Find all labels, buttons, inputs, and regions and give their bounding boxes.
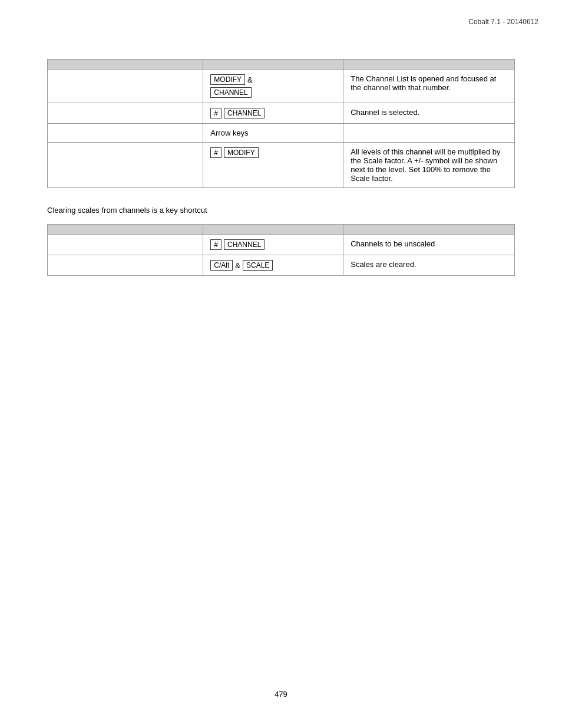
col-header-2	[203, 60, 343, 70]
page-header: Cobalt 7.1 - 20140612	[468, 18, 538, 26]
key-modify-4: MODIFY	[224, 147, 259, 158]
cell2-action-1	[48, 235, 203, 255]
table-shortcuts-1: MODIFY & CHANNEL The Channel List is ope…	[47, 59, 515, 188]
table-row: # CHANNEL Channel is selected.	[48, 103, 515, 124]
ampersand-2: &	[235, 261, 240, 270]
key2-hash-1: #	[210, 239, 222, 250]
key-channel-2: CHANNEL	[224, 108, 265, 118]
cell-keys-3: Arrow keys	[203, 124, 343, 143]
col2-header-3	[343, 225, 515, 235]
cell-desc-1: The Channel List is opened and focused a…	[343, 70, 515, 103]
cell-action-2	[48, 103, 203, 124]
table-row: # MODIFY All levels of this channel will…	[48, 143, 515, 188]
key-hash-4: #	[210, 147, 222, 158]
table-row: MODIFY & CHANNEL The Channel List is ope…	[48, 70, 515, 103]
cell-keys-1: MODIFY & CHANNEL	[203, 70, 343, 103]
cell2-keys-1: # CHANNEL	[203, 235, 343, 255]
key2-calt: C/Alt	[210, 260, 233, 271]
cell-desc-3	[343, 124, 515, 143]
section2-title: Clearing scales from channels is a key s…	[47, 206, 515, 215]
key2-channel-1: CHANNEL	[224, 239, 265, 250]
table-row: C/Alt & SCALE Scales are cleared.	[48, 255, 515, 276]
key-channel-1: CHANNEL	[210, 87, 251, 98]
table-shortcuts-2: # CHANNEL Channels to be unscaled C/Alt …	[47, 224, 515, 276]
table-row: # CHANNEL Channels to be unscaled	[48, 235, 515, 255]
cell-desc-4: All levels of this channel will be multi…	[343, 143, 515, 188]
cell-desc-2: Channel is selected.	[343, 103, 515, 124]
cell2-keys-2: C/Alt & SCALE	[203, 255, 343, 276]
cell-keys-4: # MODIFY	[203, 143, 343, 188]
cell2-desc-2: Scales are cleared.	[343, 255, 515, 276]
page-number: 479	[275, 690, 287, 699]
col2-header-2	[203, 225, 343, 235]
page-footer: 479	[0, 690, 562, 699]
col-header-3	[343, 60, 515, 70]
cell-action-1	[48, 70, 203, 103]
col-header-1	[48, 60, 203, 70]
cell-action-4	[48, 143, 203, 188]
cell2-action-2	[48, 255, 203, 276]
header-title: Cobalt 7.1 - 20140612	[468, 18, 538, 26]
key-hash-2: #	[210, 108, 222, 118]
table-row: Arrow keys	[48, 124, 515, 143]
key-modify-1: MODIFY	[210, 74, 245, 85]
col2-header-1	[48, 225, 203, 235]
cell2-desc-1: Channels to be unscaled	[343, 235, 515, 255]
cell-keys-2: # CHANNEL	[203, 103, 343, 124]
ampersand-1: &	[247, 75, 253, 84]
key2-scale: SCALE	[243, 260, 273, 271]
cell-action-3	[48, 124, 203, 143]
